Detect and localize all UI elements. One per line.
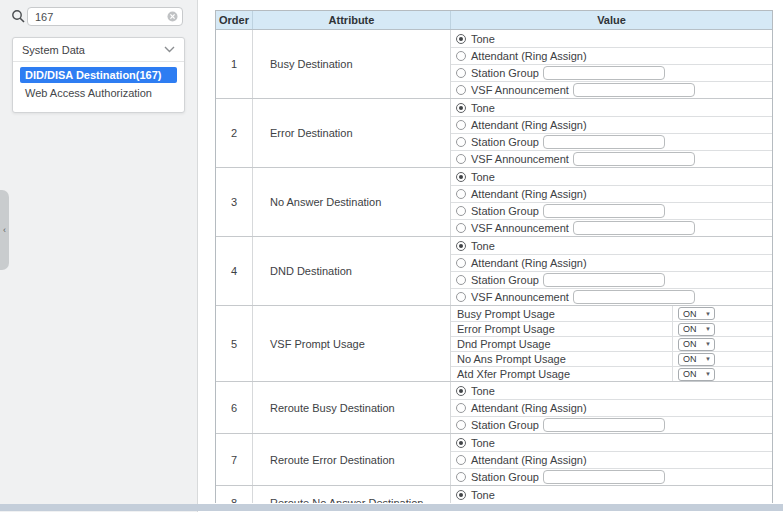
search-input[interactable] — [27, 7, 183, 26]
option-label: Attendant (Ring Assign) — [471, 402, 587, 414]
option-label: Dnd Prompt Usage — [457, 338, 551, 350]
horizontal-scrollbar[interactable] — [0, 504, 783, 511]
tone-radio[interactable] — [456, 103, 466, 113]
column-header-order: Order — [216, 11, 253, 29]
value-option-row: Station Group — [451, 416, 772, 433]
attendant-ring-assign-radio[interactable] — [456, 51, 466, 61]
column-header-attribute: Attribute — [253, 11, 451, 29]
table-row: 6Reroute Busy DestinationToneAttendant (… — [216, 381, 772, 433]
select-value: ON — [683, 354, 697, 364]
vsf-announcement-radio[interactable] — [456, 292, 466, 302]
vsf-announcement-input[interactable] — [573, 290, 695, 304]
option-label: Station Group — [471, 471, 539, 483]
select-option-label-cell: Dnd Prompt Usage — [451, 337, 673, 351]
select-option-label-cell: Busy Prompt Usage — [451, 306, 673, 321]
station-group-input[interactable] — [543, 66, 665, 80]
sidebar-item-web-access-authorization[interactable]: Web Access Authorization — [20, 85, 177, 101]
attendant-ring-assign-radio[interactable] — [456, 258, 466, 268]
station-group-radio[interactable] — [456, 137, 466, 147]
main-content: Order Attribute Value 1Busy DestinationT… — [198, 0, 783, 503]
select-value: ON — [683, 339, 697, 349]
vsf-announcement-input[interactable] — [573, 83, 695, 97]
attribute-cell: Reroute Error Destination — [253, 434, 451, 485]
select-value: ON — [683, 309, 697, 319]
value-option-row: Attendant (Ring Assign) — [451, 451, 772, 468]
table-row: 5VSF Prompt UsageBusy Prompt UsageON▼Err… — [216, 305, 772, 381]
system-data-dropdown[interactable]: System Data — [13, 38, 184, 62]
clear-search-icon[interactable] — [167, 11, 178, 22]
error-prompt-usage-select[interactable]: ON▼ — [678, 323, 715, 336]
value-option-row: Tone — [451, 168, 772, 185]
option-label: Attendant (Ring Assign) — [471, 119, 587, 131]
chevron-left-icon: ‹ — [3, 225, 6, 235]
value-option-row: VSF Announcement — [451, 150, 772, 167]
station-group-radio[interactable] — [456, 472, 466, 482]
value-cell: ToneAttendant (Ring Assign) — [451, 486, 772, 503]
station-group-input[interactable] — [543, 470, 665, 484]
tone-radio[interactable] — [456, 172, 466, 182]
select-option-label-cell: Error Prompt Usage — [451, 322, 673, 336]
option-label: Atd Xfer Prompt Usage — [457, 368, 570, 380]
option-label: Station Group — [471, 136, 539, 148]
dnd-prompt-usage-select[interactable]: ON▼ — [678, 338, 715, 351]
system-data-panel: System Data DID/DISA Destination(167)Web… — [12, 37, 185, 113]
tone-radio[interactable] — [456, 386, 466, 396]
sidebar-collapse-handle[interactable]: ‹ — [0, 190, 9, 270]
station-group-input[interactable] — [543, 273, 665, 287]
value-option-row: Attendant (Ring Assign) — [451, 254, 772, 271]
vsf-announcement-input[interactable] — [573, 152, 695, 166]
value-option-row: Tone — [451, 486, 772, 503]
station-group-radio[interactable] — [456, 275, 466, 285]
tone-radio[interactable] — [456, 438, 466, 448]
value-option-row: Busy Prompt UsageON▼ — [451, 306, 772, 321]
value-option-row: Tone — [451, 30, 772, 47]
table-header-row: Order Attribute Value — [216, 11, 772, 30]
select-option-label-cell: No Ans Prompt Usage — [451, 352, 673, 366]
station-group-input[interactable] — [543, 135, 665, 149]
table-row: 7Reroute Error DestinationToneAttendant … — [216, 433, 772, 485]
option-label: Tone — [471, 385, 495, 397]
vsf-announcement-radio[interactable] — [456, 85, 466, 95]
tone-radio[interactable] — [456, 34, 466, 44]
option-label: Station Group — [471, 205, 539, 217]
value-option-row: Atd Xfer Prompt UsageON▼ — [451, 366, 772, 381]
option-label: Error Prompt Usage — [457, 323, 555, 335]
option-label: Tone — [471, 437, 495, 449]
busy-prompt-usage-select[interactable]: ON▼ — [678, 307, 715, 320]
station-group-radio[interactable] — [456, 68, 466, 78]
attendant-ring-assign-radio[interactable] — [456, 403, 466, 413]
option-label: Tone — [471, 102, 495, 114]
value-option-row: Tone — [451, 99, 772, 116]
tone-radio[interactable] — [456, 241, 466, 251]
settings-table: Order Attribute Value 1Busy DestinationT… — [215, 10, 773, 503]
attendant-ring-assign-radio[interactable] — [456, 120, 466, 130]
value-option-row: Tone — [451, 382, 772, 399]
option-label: VSF Announcement — [471, 84, 569, 96]
table-row: 4DND DestinationToneAttendant (Ring Assi… — [216, 236, 772, 305]
value-option-row: Station Group — [451, 202, 772, 219]
vsf-announcement-radio[interactable] — [456, 154, 466, 164]
station-group-radio[interactable] — [456, 420, 466, 430]
vsf-announcement-input[interactable] — [573, 221, 695, 235]
vsf-announcement-radio[interactable] — [456, 223, 466, 233]
option-label: Station Group — [471, 419, 539, 431]
station-group-input[interactable] — [543, 418, 665, 432]
option-label: Tone — [471, 33, 495, 45]
sidebar-item-did-disa-destination-167[interactable]: DID/DISA Destination(167) — [20, 67, 177, 83]
tone-radio[interactable] — [456, 490, 466, 500]
station-group-radio[interactable] — [456, 206, 466, 216]
attendant-ring-assign-radio[interactable] — [456, 455, 466, 465]
atd-xfer-prompt-usage-select[interactable]: ON▼ — [678, 368, 715, 381]
option-label: Attendant (Ring Assign) — [471, 454, 587, 466]
value-cell: ToneAttendant (Ring Assign)Station Group… — [451, 237, 772, 305]
option-label: Attendant (Ring Assign) — [471, 50, 587, 62]
attendant-ring-assign-radio[interactable] — [456, 189, 466, 199]
value-option-row: Attendant (Ring Assign) — [451, 116, 772, 133]
order-cell: 5 — [216, 306, 253, 381]
no-ans-prompt-usage-select[interactable]: ON▼ — [678, 353, 715, 366]
station-group-input[interactable] — [543, 204, 665, 218]
table-row: 3No Answer DestinationToneAttendant (Rin… — [216, 167, 772, 236]
value-option-row: VSF Announcement — [451, 219, 772, 236]
option-label: Tone — [471, 489, 495, 501]
option-label: VSF Announcement — [471, 222, 569, 234]
